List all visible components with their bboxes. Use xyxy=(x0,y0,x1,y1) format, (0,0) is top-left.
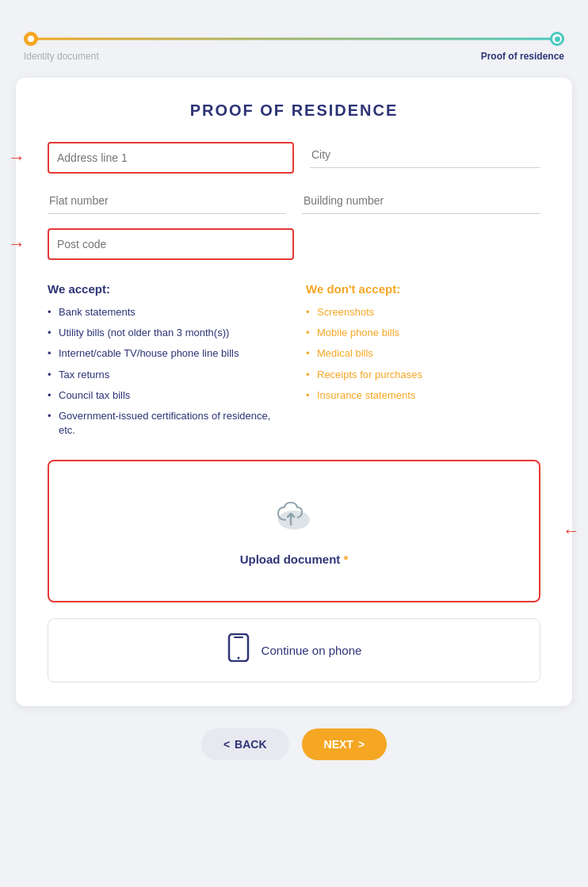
phone-icon xyxy=(227,633,250,667)
acceptance-section: We accept: Bank statements Utility bills… xyxy=(48,282,540,444)
address-line1-field[interactable] xyxy=(48,142,294,174)
address-arrow-indicator: → xyxy=(8,147,25,168)
svg-rect-2 xyxy=(234,637,243,638)
address-line1-input[interactable] xyxy=(55,147,286,169)
upload-label: Upload document * xyxy=(240,552,349,566)
phone-section[interactable]: Continue on phone xyxy=(48,618,540,682)
postcode-row: → xyxy=(48,228,540,260)
upload-area[interactable]: Upload document * xyxy=(48,460,540,602)
accept-heading: We accept: xyxy=(48,282,282,296)
step1-dot xyxy=(24,32,38,46)
list-item: Tax returns xyxy=(48,368,282,382)
upload-arrow-indicator: ← xyxy=(563,521,580,541)
reject-list: Screenshots Mobile phone bills Medical b… xyxy=(306,305,540,403)
list-item: Medical bills xyxy=(306,346,540,361)
list-item: Insurance statements xyxy=(306,388,540,403)
phone-label: Continue on phone xyxy=(262,644,362,657)
reject-column: We don't accept: Screenshots Mobile phon… xyxy=(306,282,540,444)
list-item: Receipts for purchases xyxy=(306,368,540,382)
flat-number-input[interactable] xyxy=(48,188,286,214)
next-button[interactable]: NEXT > xyxy=(302,728,388,760)
list-item: Government-issued certifications of resi… xyxy=(48,409,282,438)
nav-buttons: < BACK NEXT > xyxy=(16,728,572,760)
list-item: Mobile phone bills xyxy=(306,326,540,340)
address-city-row: → xyxy=(48,142,540,174)
back-label: BACK xyxy=(235,738,266,751)
list-item: Utility bills (not older than 3 month(s)… xyxy=(48,326,282,340)
progress-section: Identity document Proof of residence xyxy=(16,16,572,70)
reject-heading: We don't accept: xyxy=(306,282,540,296)
page-title: PROOF OF RESIDENCE xyxy=(48,101,540,120)
postcode-input[interactable] xyxy=(55,233,286,255)
empty-field-spacer xyxy=(310,228,540,260)
accept-column: We accept: Bank statements Utility bills… xyxy=(48,282,282,444)
step2-dot xyxy=(550,32,564,46)
flat-number-field[interactable] xyxy=(48,188,286,214)
upload-wrapper: Upload document * ← xyxy=(48,460,540,602)
building-number-input[interactable] xyxy=(302,188,540,214)
postcode-arrow-indicator: → xyxy=(8,234,25,254)
building-number-field[interactable] xyxy=(302,188,540,214)
step1-label: Identity document xyxy=(24,51,99,62)
back-arrow-icon: < xyxy=(223,738,230,751)
upload-cloud-icon xyxy=(272,496,316,543)
next-arrow-icon: > xyxy=(358,738,365,751)
flat-building-row xyxy=(48,188,540,214)
back-button[interactable]: < BACK xyxy=(201,728,289,760)
list-item: Council tax bills xyxy=(48,388,282,403)
next-label: NEXT xyxy=(324,738,353,751)
svg-point-3 xyxy=(237,657,239,660)
main-card: PROOF OF RESIDENCE → → xyxy=(16,78,572,706)
city-field[interactable] xyxy=(310,142,540,174)
list-item: Bank statements xyxy=(48,305,282,319)
city-input[interactable] xyxy=(310,142,540,168)
postcode-field[interactable] xyxy=(48,228,294,260)
list-item: Internet/cable TV/house phone line bills xyxy=(48,346,282,361)
step2-label: Proof of residence xyxy=(481,51,564,62)
accept-list: Bank statements Utility bills (not older… xyxy=(48,305,282,438)
list-item: Screenshots xyxy=(306,305,540,319)
